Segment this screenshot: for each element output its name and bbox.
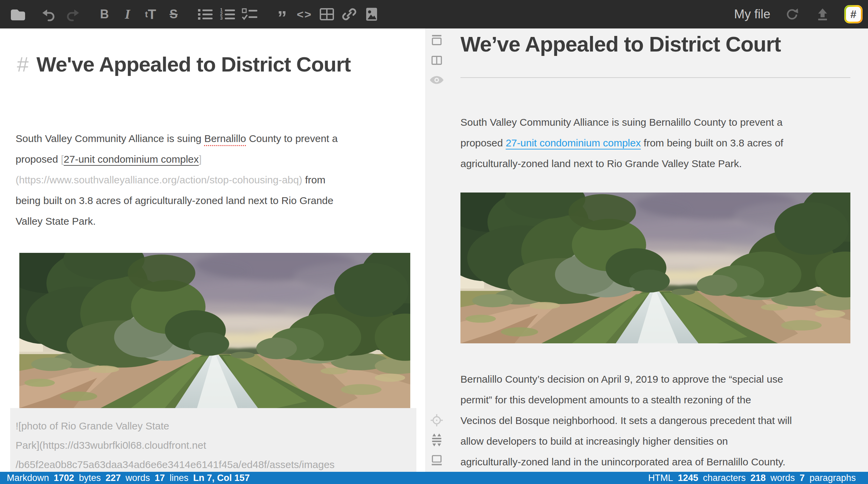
italic-icon: I — [125, 7, 130, 21]
text-line: Vecinos del Bosque neighborhood. It sets… — [460, 410, 792, 431]
editor-inline-image[interactable] — [19, 253, 410, 408]
text-line: /b65f2ea0b8c75a63daa34ad6e6e3414e6141f45… — [16, 455, 416, 472]
status-item: 7 — [800, 473, 805, 483]
text-line: proposed [27-unit condominium complex] — [16, 149, 338, 169]
preview-paragraph-2: Bernalillo County’s decision on April 9,… — [460, 369, 792, 472]
text-line: agriculturally-zoned land next to Rio Gr… — [460, 153, 783, 174]
strikethrough-button[interactable]: S — [165, 3, 182, 25]
status-bar-toggle-button[interactable] — [429, 453, 444, 468]
table-button[interactable] — [318, 3, 336, 25]
text-segment: South Valley Community Alliance is suing — [16, 133, 204, 144]
preview-heading: We’ve Appealed to District Court — [460, 29, 781, 59]
image-icon — [364, 6, 379, 22]
text-line: allow developers to build at increasingl… — [460, 431, 792, 451]
text-segment: agriculturally-zoned land next to Rio Gr… — [460, 158, 742, 169]
text-segment: South Valley Community Alliance is suing… — [460, 117, 783, 128]
status-item: Markdown — [7, 473, 49, 483]
heading-button[interactable]: tT — [142, 3, 159, 25]
focus-sync-button[interactable] — [429, 413, 444, 428]
scroll-sync-button[interactable] — [429, 432, 444, 447]
undo-button[interactable] — [40, 3, 58, 25]
ordered-list-button[interactable]: 1 2 3 — [219, 3, 237, 25]
strikethrough-icon: S — [170, 8, 178, 20]
heading-icon: t — [145, 10, 148, 19]
checklist-icon — [241, 7, 259, 22]
status-item: 218 — [750, 473, 766, 483]
status-item: 227 — [105, 473, 121, 483]
code-button[interactable]: <> — [296, 3, 313, 25]
redo-button[interactable] — [64, 3, 81, 25]
stackedit-logo[interactable]: # — [844, 5, 863, 23]
preview-visibility-button[interactable] — [429, 73, 444, 87]
markdown-stats: Markdown1702bytes227words17linesLn 7, Co… — [0, 473, 426, 483]
side-preview-toggle-button[interactable] — [429, 53, 444, 68]
navigation-bar-toggle-button[interactable] — [429, 33, 444, 48]
bold-button[interactable]: B — [96, 3, 113, 25]
side-preview-toggle-icon — [430, 54, 443, 67]
text-segment: from being built on 3.8 acres of — [641, 137, 783, 148]
status-item: characters — [703, 473, 746, 483]
italic-button[interactable]: I — [119, 3, 136, 25]
preview-paragraph-1: South Valley Community Alliance is suing… — [460, 112, 783, 174]
toolbar-right: My file # — [734, 3, 863, 25]
ordered-list-icon: 1 2 3 — [219, 7, 237, 22]
status-item: words — [770, 473, 795, 483]
editor-toolbar: B I tT S 1 2 3 — [0, 0, 868, 28]
file-title[interactable]: My file — [734, 7, 770, 21]
folder-icon — [9, 6, 25, 22]
preview-image — [460, 193, 850, 343]
preview-link[interactable]: 27-unit condominium complex — [506, 137, 641, 148]
upload-icon — [815, 7, 830, 22]
unordered-list-icon — [197, 7, 214, 22]
text-segment: from — [302, 174, 325, 185]
undo-icon — [41, 7, 56, 22]
text-line: Bernalillo County’s decision on April 9,… — [460, 369, 792, 389]
navigation-bar-toggle-icon — [430, 34, 443, 47]
text-segment: proposed — [460, 137, 506, 148]
text-segment: Bernalillo — [204, 133, 246, 144]
status-bar: Markdown1702bytes227words17linesLn 7, Co… — [0, 472, 868, 484]
markdown-editor-pane[interactable]: #We've Appealed to District Court South … — [0, 28, 426, 472]
bold-icon: B — [100, 8, 109, 20]
status-item: paragraphs — [809, 473, 856, 483]
checklist-button[interactable] — [241, 3, 259, 25]
text-line: Valley State Park. — [16, 211, 338, 231]
status-bar-toggle-icon — [430, 454, 443, 466]
image-button[interactable] — [363, 3, 380, 25]
text-line: agriculturally-zoned land in the unincor… — [460, 451, 792, 472]
heading-marker: # — [17, 53, 36, 76]
html-stats: HTML1245characters218words7paragraphs — [426, 473, 868, 483]
scroll-sync-icon — [431, 433, 443, 447]
status-item: bytes — [79, 473, 101, 483]
editor-heading: #We've Appealed to District Court — [17, 50, 351, 79]
text-line: South Valley Community Alliance is suing… — [16, 128, 338, 149]
eye-icon — [430, 75, 443, 85]
status-item: lines — [170, 473, 189, 483]
status-item: words — [125, 473, 150, 483]
editor-image-markdown-highlight: ![photo of Rio Grande Valley StatePark](… — [10, 408, 416, 472]
text-segment: 27-unit condominium complex — [64, 154, 199, 165]
status-item: Ln 7, Col 157 — [193, 473, 250, 483]
text-line: South Valley Community Alliance is suing… — [460, 112, 783, 133]
stackedit-logo-hash: # — [846, 7, 861, 22]
text-segment: (https://www.southvalleyalliance.org/act… — [16, 174, 302, 185]
focus-crosshair-icon — [430, 414, 443, 427]
text-segment: proposed — [16, 154, 61, 165]
folder-icon[interactable] — [8, 3, 26, 25]
sync-button[interactable] — [783, 3, 801, 25]
link-button[interactable] — [340, 3, 358, 25]
status-item: 17 — [155, 473, 165, 483]
html-preview-pane: We’ve Appealed to District Court South V… — [426, 28, 868, 472]
text-line: Park](https://d33wubrfki0l68.cloudfront.… — [16, 436, 416, 455]
link-icon — [341, 6, 357, 22]
text-line: permit” for this development amounts to … — [460, 389, 792, 410]
unordered-list-button[interactable] — [197, 3, 214, 25]
svg-text:3: 3 — [220, 15, 223, 21]
publish-button[interactable] — [814, 3, 831, 25]
blockquote-icon: ” — [277, 14, 287, 21]
text-line: being built on 3.8 acres of agricultural… — [16, 190, 338, 211]
table-icon — [319, 7, 335, 22]
text-segment: being built on 3.8 acres of agricultural… — [16, 195, 333, 206]
status-item: 1702 — [54, 473, 74, 483]
blockquote-button[interactable]: ” — [273, 3, 291, 25]
